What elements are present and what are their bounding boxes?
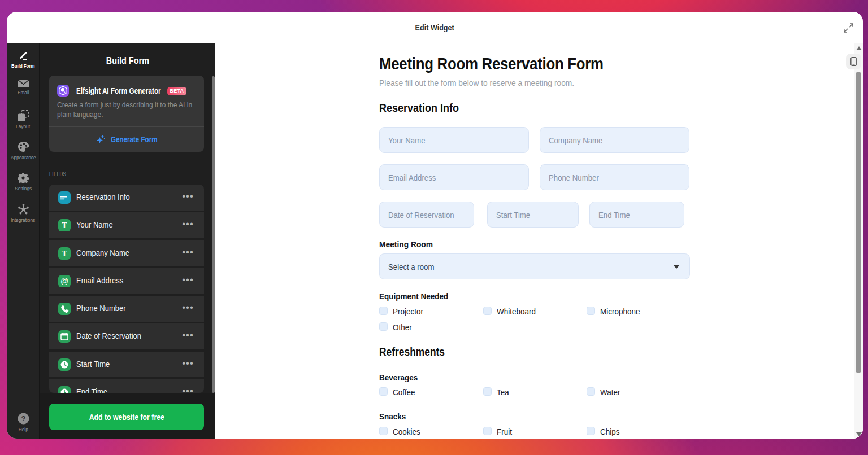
svg-text:@: @ [60, 277, 68, 286]
svg-text:?: ? [21, 414, 25, 423]
svg-text:T: T [62, 221, 67, 230]
svg-text:T: T [62, 250, 67, 258]
